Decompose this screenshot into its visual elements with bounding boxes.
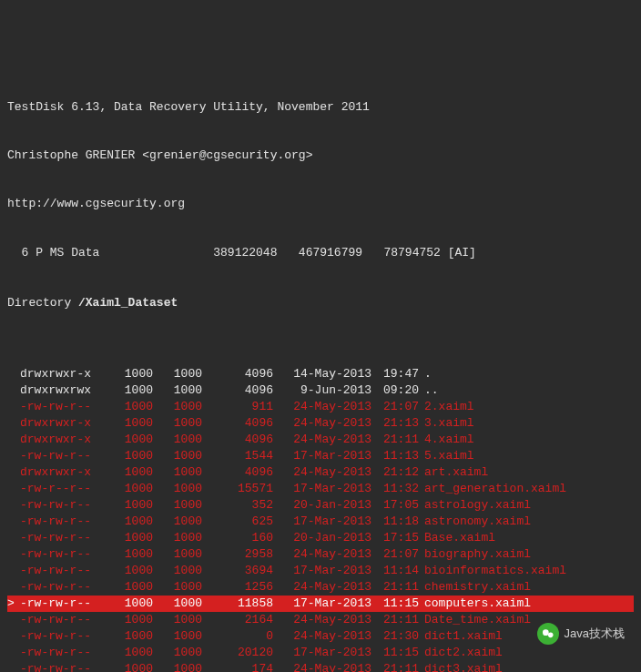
file-time: 21:11 (371, 432, 419, 448)
file-time: 17:05 (371, 497, 419, 514)
file-row[interactable]: -rw-rw-r--1000100091124-May-201321:072.x… (7, 399, 634, 415)
file-row[interactable]: drwxrwxrwx100010004096 9-Jun-201309:20.. (7, 382, 634, 399)
file-size: 15571 (202, 481, 273, 497)
row-cursor (7, 546, 20, 563)
row-cursor (7, 366, 20, 382)
file-size: 1256 (202, 579, 273, 596)
directory-label: Directory (7, 295, 78, 311)
file-uid: 1000 (107, 579, 153, 596)
file-gid: 1000 (157, 661, 202, 672)
file-size: 911 (202, 399, 273, 415)
app-title: TestDisk 6.13, Data Recovery Utility, No… (7, 99, 634, 116)
file-uid: 1000 (107, 596, 153, 612)
file-size: 20120 (202, 645, 273, 661)
file-date: 24-May-2013 (273, 399, 371, 415)
file-perms: -rw-rw-r-- (20, 546, 107, 563)
row-cursor (7, 612, 20, 628)
file-size: 2958 (202, 546, 273, 563)
file-name: art.xaiml (424, 464, 488, 481)
row-cursor (7, 645, 20, 661)
file-perms: -rw-rw-r-- (20, 563, 107, 579)
file-size: 160 (202, 530, 273, 546)
file-name: art_generation.xaiml (424, 481, 566, 497)
file-size: 4096 (202, 382, 273, 399)
file-size: 625 (202, 514, 273, 530)
file-date: 24-May-2013 (273, 546, 371, 563)
file-row[interactable]: >-rw-rw-r--100010001185817-Mar-201311:15… (7, 596, 634, 612)
directory-line: Directory /Xaiml_Dataset (7, 295, 634, 311)
file-gid: 1000 (157, 563, 202, 579)
file-size: 174 (202, 661, 273, 672)
file-name: . (424, 366, 432, 382)
file-perms: drwxrwxr-x (20, 415, 107, 432)
svg-point-0 (543, 629, 549, 636)
file-time: 21:13 (371, 415, 419, 432)
file-row[interactable]: -rw-rw-r--10001000295824-May-201321:07bi… (7, 546, 634, 563)
file-row[interactable]: -rw-rw-r--100010002012017-Mar-201311:15d… (7, 645, 634, 661)
file-name: Date_time.xaiml (424, 612, 531, 628)
file-row[interactable]: -rw-r--r--100010001557117-Mar-201311:32a… (7, 481, 634, 497)
file-name: computers.xaiml (424, 596, 531, 612)
file-row[interactable]: -rw-rw-r--1000100017424-May-201321:11dic… (7, 661, 634, 672)
file-date: 17-Mar-2013 (273, 514, 371, 530)
file-date: 17-Mar-2013 (273, 481, 371, 497)
file-gid: 1000 (157, 415, 202, 432)
file-name: biography.xaiml (424, 546, 531, 563)
file-uid: 1000 (107, 563, 153, 579)
file-uid: 1000 (107, 546, 153, 563)
file-date: 24-May-2013 (273, 628, 371, 645)
file-perms: -rw-r--r-- (20, 481, 107, 497)
file-uid: 1000 (107, 628, 153, 645)
row-cursor (7, 497, 20, 514)
file-row[interactable]: -rw-rw-r--10001000125624-May-201321:11ch… (7, 579, 634, 596)
file-row[interactable]: -rw-rw-r--10001000154417-Mar-201311:135.… (7, 448, 634, 464)
file-gid: 1000 (157, 481, 202, 497)
file-date: 24-May-2013 (273, 579, 371, 596)
file-time: 19:47 (371, 366, 419, 382)
file-gid: 1000 (157, 448, 202, 464)
file-name: chemistry.xaiml (424, 579, 531, 596)
file-size: 11858 (202, 596, 273, 612)
file-row[interactable]: -rw-rw-r--1000100035220-Jan-201317:05ast… (7, 497, 634, 514)
file-gid: 1000 (157, 596, 202, 612)
file-time: 09:20 (371, 382, 419, 399)
file-time: 11:18 (371, 514, 419, 530)
file-uid: 1000 (107, 530, 153, 546)
file-uid: 1000 (107, 432, 153, 448)
file-row[interactable]: -rw-rw-r--1000100016020-Jan-201317:15Bas… (7, 530, 634, 546)
row-cursor (7, 579, 20, 596)
file-gid: 1000 (157, 612, 202, 628)
row-cursor (7, 399, 20, 415)
file-gid: 1000 (157, 514, 202, 530)
file-row[interactable]: -rw-rw-r--10001000369417-Mar-201311:14bi… (7, 563, 634, 579)
file-time: 11:13 (371, 448, 419, 464)
file-perms: drwxrwxr-x (20, 432, 107, 448)
file-date: 17-Mar-2013 (273, 596, 371, 612)
file-time: 21:11 (371, 661, 419, 672)
file-date: 24-May-2013 (273, 415, 371, 432)
file-gid: 1000 (157, 399, 202, 415)
file-date: 20-Jan-2013 (273, 530, 371, 546)
file-name: dict1.xaiml (424, 628, 503, 645)
file-perms: -rw-rw-r-- (20, 661, 107, 672)
file-date: 14-May-2013 (273, 366, 371, 382)
file-uid: 1000 (107, 612, 153, 628)
row-cursor (7, 530, 20, 546)
file-perms: -rw-rw-r-- (20, 645, 107, 661)
file-gid: 1000 (157, 530, 202, 546)
file-size: 0 (202, 628, 273, 645)
file-date: 17-Mar-2013 (273, 448, 371, 464)
file-uid: 1000 (107, 382, 153, 399)
file-date: 24-May-2013 (273, 661, 371, 672)
file-row[interactable]: drwxrwxr-x10001000409624-May-201321:114.… (7, 432, 634, 448)
file-row[interactable]: drwxrwxr-x10001000409624-May-201321:133.… (7, 415, 634, 432)
file-size: 4096 (202, 464, 273, 481)
file-perms: -rw-rw-r-- (20, 530, 107, 546)
file-gid: 1000 (157, 382, 202, 399)
file-row[interactable]: drwxrwxr-x10001000409624-May-201321:12ar… (7, 464, 634, 481)
directory-path: /Xaiml_Dataset (78, 295, 178, 311)
file-gid: 1000 (157, 464, 202, 481)
file-row[interactable]: -rw-rw-r--1000100062517-Mar-201311:18ast… (7, 514, 634, 530)
file-row[interactable]: drwxrwxr-x10001000409614-May-201319:47. (7, 366, 634, 382)
file-perms: -rw-rw-r-- (20, 399, 107, 415)
